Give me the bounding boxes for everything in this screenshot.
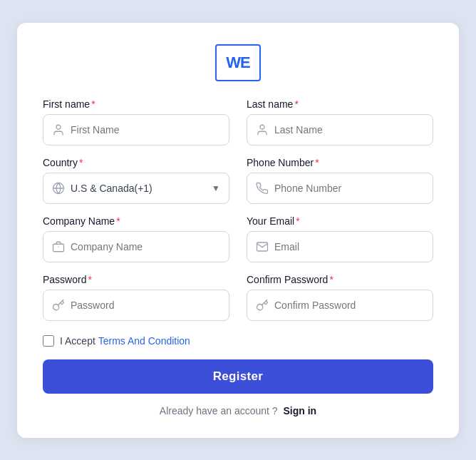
confirm-password-group: Confirm Password*	[247, 274, 433, 321]
last-name-group: Last name*	[247, 98, 433, 145]
terms-checkbox[interactable]	[43, 335, 54, 347]
first-name-input[interactable]	[71, 124, 220, 136]
password-group: Password*	[43, 274, 229, 321]
last-name-input[interactable]	[274, 124, 424, 136]
password-input[interactable]	[71, 300, 220, 311]
phone-number-input[interactable]	[274, 183, 424, 194]
email-label: Your Email*	[247, 215, 433, 227]
terms-text: I Accept Terms And Condition	[60, 335, 190, 347]
registration-card: WE First name* Last name*	[17, 23, 459, 438]
terms-link[interactable]: Terms And Condition	[98, 335, 190, 347]
last-name-label: Last name*	[247, 98, 433, 110]
country-group: Country* U.S & Canada(+1) UK(+44) India(…	[43, 157, 229, 204]
key-icon-2	[256, 299, 269, 312]
email-group: Your Email*	[247, 215, 433, 262]
phone-number-input-wrapper	[247, 173, 433, 204]
country-label: Country*	[43, 157, 229, 168]
svg-rect-4	[53, 244, 64, 252]
company-name-group: Company Name*	[43, 215, 229, 262]
country-select[interactable]: U.S & Canada(+1) UK(+44) India(+91)	[71, 183, 206, 194]
password-input-wrapper	[43, 290, 229, 321]
confirm-password-input[interactable]	[274, 300, 424, 311]
company-name-label: Company Name*	[43, 215, 229, 227]
phone-number-label: Phone Number*	[247, 157, 433, 168]
svg-point-1	[260, 125, 264, 129]
sign-in-link[interactable]: Sign in	[284, 405, 317, 416]
logo-box: WE	[215, 44, 261, 81]
password-label: Password*	[43, 274, 229, 285]
confirm-password-label: Confirm Password*	[247, 274, 433, 285]
terms-row: I Accept Terms And Condition	[43, 335, 433, 347]
email-input-wrapper	[247, 231, 433, 262]
confirm-password-input-wrapper	[247, 290, 433, 321]
phone-number-group: Phone Number*	[247, 157, 433, 204]
country-select-wrapper: U.S & Canada(+1) UK(+44) India(+91) ▼	[43, 173, 229, 204]
first-name-input-wrapper	[43, 114, 229, 145]
first-name-label: First name*	[43, 98, 229, 110]
key-icon	[52, 299, 65, 312]
register-button[interactable]: Register	[43, 359, 433, 394]
globe-icon	[52, 182, 65, 195]
mail-icon	[256, 240, 269, 253]
form-grid: First name* Last name*	[43, 98, 433, 347]
company-name-input-wrapper	[43, 231, 229, 262]
briefcase-icon	[52, 240, 65, 253]
logo-text: WE	[226, 53, 249, 72]
first-name-group: First name*	[43, 98, 229, 145]
chevron-down-icon: ▼	[212, 183, 220, 193]
company-name-input[interactable]	[71, 241, 220, 252]
person-icon	[52, 123, 65, 136]
person-icon-2	[256, 123, 269, 136]
svg-point-0	[56, 125, 61, 129]
email-input[interactable]	[274, 241, 424, 252]
last-name-input-wrapper	[247, 114, 433, 145]
phone-icon	[256, 182, 269, 195]
already-have-account-text: Already have an account ?	[160, 405, 278, 416]
signin-row: Already have an account ? Sign in	[43, 405, 433, 416]
logo-wrapper: WE	[43, 44, 433, 81]
